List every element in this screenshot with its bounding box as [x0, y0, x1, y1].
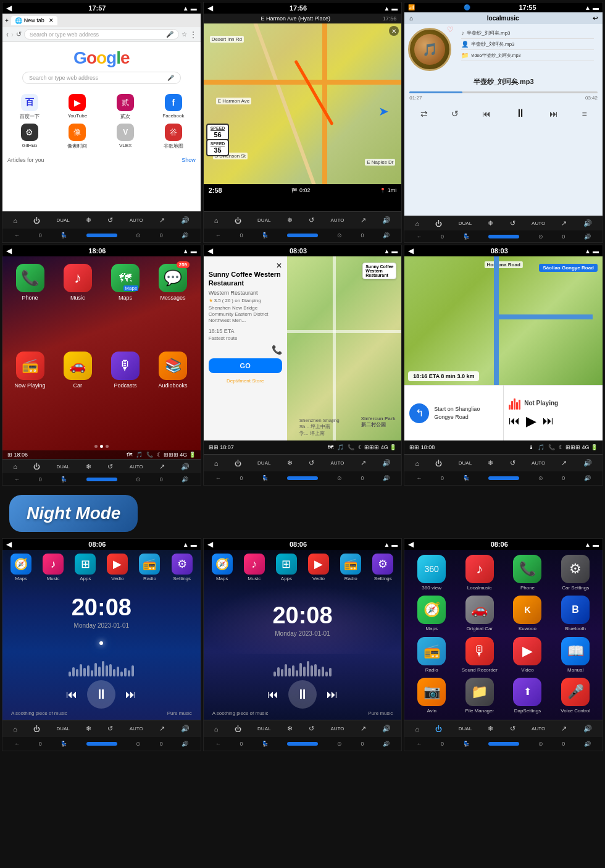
ctrl2-back-nav[interactable]: ← [215, 232, 221, 238]
back-arrow-carplay[interactable]: ◀ [6, 246, 12, 255]
carplay-app-music[interactable]: ♪ Music [56, 264, 99, 347]
ctrl2-seat[interactable]: 💺 [60, 232, 67, 238]
app-radio[interactable]: 📻 Radio [409, 637, 454, 674]
carplay-app-nowplaying[interactable]: 📻 Now Playing [9, 352, 51, 434]
home-icon-music[interactable]: ⌂ [409, 15, 413, 22]
shortcut-gmaps[interactable]: 谷 谷歌地图 [151, 124, 196, 150]
app-manual[interactable]: 📖 Manual [553, 637, 598, 674]
close-place-btn[interactable]: ✕ [276, 261, 282, 270]
app-360view[interactable]: 360 360 view [409, 555, 454, 592]
app-kuwooo[interactable]: K Kuwooo [506, 596, 550, 633]
night1-pause-btn[interactable]: ⏸ [87, 680, 115, 709]
ctrl-loop-nav[interactable]: ↺ [309, 216, 314, 224]
go-button[interactable]: GO [209, 358, 282, 373]
shortcut-item6[interactable]: 像 像素时间 [56, 124, 100, 150]
ctrl-snow-nav[interactable]: ❄ [287, 216, 293, 224]
ctrl-vol-music[interactable]: 🔊 [583, 219, 592, 227]
ctrl-vol[interactable]: 🔊 [181, 216, 190, 224]
shortcut-github[interactable]: ⚙ GitHub [7, 124, 52, 150]
slider-nav[interactable] [287, 234, 318, 237]
ctrl-curve-nav[interactable]: ↗ [361, 216, 366, 224]
google-search-bar[interactable]: Search or type web address 🎤 [22, 72, 181, 84]
ctrl-home-music[interactable]: ⌂ [415, 220, 419, 227]
night-app-music[interactable]: ♪ Music [43, 554, 64, 581]
back-arrow-chrome[interactable]: ◀ [6, 4, 12, 12]
shuffle2-btn[interactable]: ↺ [451, 109, 459, 119]
ctrl2-vol2[interactable]: 🔊 [182, 232, 188, 238]
carnav-map[interactable]: 🍴 Sunny CoffeeWesternRestaurant Xin'ercu… [287, 256, 402, 440]
ctrl-dual-music[interactable]: DUAL [459, 221, 472, 226]
app-bluetooth[interactable]: B Bluetooth [553, 596, 598, 633]
night-app-video[interactable]: ▶ Vedio [107, 554, 128, 581]
night1-prev-btn[interactable]: ⏮ [66, 688, 77, 701]
ctrl-snow[interactable]: ❄ [86, 216, 91, 224]
chrome-tab[interactable]: 🌐 New tab ✕ [11, 16, 57, 25]
nav-forward-btn[interactable]: › [11, 30, 14, 39]
ctrl-snow-music[interactable]: ❄ [488, 219, 493, 227]
app-dapsettings[interactable]: ⬆ DapSettings [506, 678, 550, 715]
carsplit-map[interactable]: Hongma Road Sáoliao Gongye Road 18:16 ET… [404, 256, 603, 385]
ctrl-power-nav[interactable]: ⏻ [235, 217, 241, 224]
music-mini-next[interactable]: ⏭ [543, 415, 554, 428]
app-video[interactable]: ▶ Video [506, 637, 550, 674]
ctrl-auto-nav[interactable]: AUTO [330, 217, 344, 223]
nav-refresh-btn[interactable]: ↺ [16, 30, 22, 38]
ctrl-curve-music[interactable]: ↗ [561, 219, 567, 227]
address-bar[interactable]: Search or type web address 🎤 [24, 29, 179, 40]
phone-btn[interactable]: 📞 [272, 345, 282, 355]
app-avin[interactable]: 📷 Avin [409, 678, 454, 715]
back-icon-music[interactable]: ↩ [593, 15, 598, 22]
ctrl-auto-music[interactable]: AUTO [532, 221, 545, 226]
night2-app-maps[interactable]: 🧭 Maps [212, 554, 233, 581]
night2-app-radio[interactable]: 📻 Radio [340, 554, 361, 581]
carplay-app-messages[interactable]: 💬 259 Messages [151, 264, 194, 347]
night-app-radio[interactable]: 📻 Radio [139, 554, 160, 581]
shortcut-vlex[interactable]: V VLEX [103, 124, 148, 150]
track-item-2[interactable]: 👤 半壶纱_刘珂矣.mp3 [461, 39, 594, 50]
progress-bar[interactable] [409, 91, 598, 93]
carplay-app-phone[interactable]: 📞 Phone [9, 264, 51, 347]
carplay-app-podcasts[interactable]: 🎙 Podcasts [104, 352, 146, 434]
ctrl-loop-music[interactable]: ↺ [510, 219, 515, 227]
track-item-3[interactable]: 📁 video/半壶纱_刘珂矣.mp3 [461, 50, 594, 61]
night2-app-settings[interactable]: ⚙ Settings [372, 554, 393, 581]
app-carsettings[interactable]: ⚙ Car Settings [553, 555, 598, 592]
night1-next-btn[interactable]: ⏭ [125, 688, 136, 701]
map-view[interactable]: Desert Inn Rd E Harmon Ave S Swenson St … [204, 23, 402, 184]
app-soundrecorder[interactable]: 🎙 Sound Recorder [457, 637, 502, 674]
app-filemanager[interactable]: 📁 File Manager [457, 678, 502, 715]
shortcut-youtube[interactable]: ▶ YouTube [56, 94, 100, 120]
ctrl-auto[interactable]: AUTO [130, 217, 143, 223]
ctrl2-fan[interactable]: ⊙ [136, 232, 141, 238]
shuffle-btn[interactable]: ⇄ [420, 109, 428, 119]
carplay-app-car[interactable]: 🚗 Car [56, 352, 99, 434]
carplay-app-maps[interactable]: 🗺 Maps Maps [104, 264, 146, 347]
night-app-apps[interactable]: ⊞ Apps [75, 554, 96, 581]
shortcut-baidu[interactable]: 百 百度一下 [7, 94, 52, 120]
app-localmusic[interactable]: ♪ Localmusic [457, 555, 502, 592]
ctrl-home[interactable]: ⌂ [13, 217, 17, 224]
night2-prev-btn[interactable]: ⏮ [267, 688, 278, 701]
app-phone[interactable]: 📞 Phone [506, 555, 550, 592]
night2-app-apps[interactable]: ⊞ Apps [276, 554, 297, 581]
ctrl-vol-nav[interactable]: 🔊 [382, 216, 391, 224]
music-mini-play[interactable]: ▶ [526, 413, 536, 429]
slider-music[interactable] [488, 235, 519, 238]
ctrl-dual-nav[interactable]: DUAL [257, 217, 270, 223]
map-close-btn[interactable]: ✕ [389, 26, 399, 36]
shortcut-item3[interactable]: 贰 贰次 [103, 94, 148, 120]
carplay-app-audiobooks[interactable]: 📚 Audiobooks [151, 352, 194, 434]
progress-slider[interactable] [86, 234, 117, 237]
next-btn[interactable]: ⏭ [549, 109, 558, 119]
shortcut-facebook[interactable]: f Facebook [151, 94, 196, 120]
prev-btn[interactable]: ⏮ [482, 109, 491, 119]
night2-app-music[interactable]: ♪ Music [244, 554, 265, 581]
app-maps[interactable]: 🧭 Maps [409, 596, 454, 633]
pause-btn[interactable]: ⏸ [515, 107, 526, 120]
night-app-maps[interactable]: 🧭 Maps [10, 554, 31, 581]
heart-icon[interactable]: ♡ [447, 25, 454, 34]
ctrl-loop[interactable]: ↺ [107, 216, 113, 224]
ctrl-dual[interactable]: DUAL [56, 217, 69, 223]
nav-back-btn[interactable]: ‹ [6, 30, 9, 39]
ctrl-home-nav[interactable]: ⌂ [214, 217, 219, 224]
